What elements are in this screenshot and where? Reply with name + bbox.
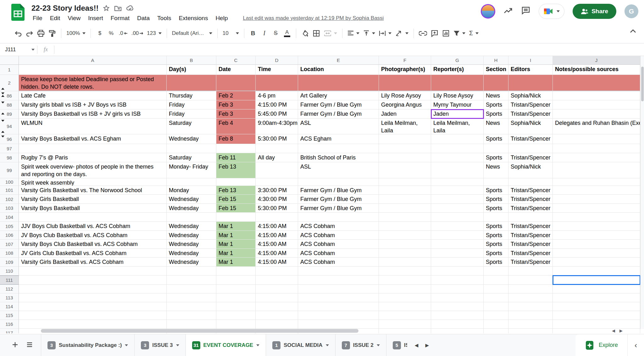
- cell-F88[interactable]: Georgina Angus: [379, 100, 431, 109]
- account-avatar[interactable]: G: [625, 4, 638, 18]
- cell-H109[interactable]: Sports: [484, 258, 508, 267]
- cell-B89[interactable]: Friday: [167, 109, 216, 119]
- cell-G94[interactable]: Leila Meilman, Laila: [431, 119, 484, 134]
- menu-edit[interactable]: Edit: [46, 14, 64, 22]
- cell-D102[interactable]: 4:30:00 PM: [256, 195, 298, 204]
- row-header-100[interactable]: 100: [0, 178, 19, 186]
- cell-B111[interactable]: [167, 275, 216, 285]
- move-to-folder-icon[interactable]: [114, 5, 122, 12]
- cell-I111[interactable]: [508, 275, 553, 285]
- hidden-rows-expand-down-icon[interactable]: [1, 120, 4, 122]
- cell-F114[interactable]: [379, 302, 431, 311]
- row-header-116[interactable]: 116: [0, 320, 19, 329]
- cell-D113[interactable]: [256, 293, 298, 302]
- cell-I94[interactable]: Sophia/Nick: [508, 119, 553, 134]
- cell-J110[interactable]: [553, 267, 640, 275]
- cell-F107[interactable]: [379, 240, 431, 249]
- cell-A106[interactable]: JV Boys Club Basketball vs. ACS Cobham: [19, 231, 167, 240]
- cell-C103[interactable]: Feb 15: [216, 204, 256, 213]
- cell-J113[interactable]: [553, 293, 640, 302]
- cell-C107[interactable]: Mar 1: [216, 240, 256, 249]
- cell-H114[interactable]: [484, 302, 508, 311]
- cell-F1[interactable]: Photographer(s): [379, 65, 431, 75]
- cell-C104[interactable]: [216, 213, 256, 222]
- tab-scroll-right-icon[interactable]: ▶: [425, 342, 429, 348]
- cell-H106[interactable]: Sports: [484, 231, 508, 240]
- cell-E114[interactable]: [298, 302, 379, 311]
- hidden-rows-expand-up-icon[interactable]: [1, 88, 4, 90]
- cell-H96[interactable]: Sports: [484, 134, 508, 144]
- hidden-rows-expand-down-icon[interactable]: [1, 102, 4, 103]
- cell-B109[interactable]: Wednesday: [167, 258, 216, 267]
- cell-F111[interactable]: [379, 275, 431, 285]
- paint-format-icon[interactable]: [47, 27, 58, 40]
- cell-E107[interactable]: ACS Cobham: [298, 240, 379, 249]
- cell-E116[interactable]: [298, 320, 379, 329]
- row-header-96[interactable]: 96: [0, 134, 19, 144]
- row-header-101[interactable]: 101: [0, 186, 19, 195]
- functions-button[interactable]: Σ: [467, 27, 480, 40]
- cell-E99[interactable]: ASL: [298, 162, 379, 178]
- cell-E108[interactable]: ACS Cobham: [298, 249, 379, 258]
- cell-B103[interactable]: Wednesday: [167, 204, 216, 213]
- cell-I114[interactable]: [508, 302, 553, 311]
- collapse-toolbar-icon[interactable]: [630, 29, 636, 35]
- cell-F97[interactable]: [379, 144, 431, 153]
- row-header-86[interactable]: 86: [0, 91, 19, 100]
- sheet-tab-event-coverage[interactable]: 31EVENT COVERAGE: [186, 334, 266, 356]
- cell-A116[interactable]: [19, 320, 167, 329]
- vertical-align-icon[interactable]: [361, 27, 377, 40]
- redo-icon[interactable]: [24, 27, 35, 40]
- hidden-rows-expand-up-icon[interactable]: [1, 131, 4, 133]
- menu-format[interactable]: Format: [107, 14, 133, 22]
- cell-G103[interactable]: [431, 204, 484, 213]
- cell-E102[interactable]: Farmer Gym / Blue Gym: [298, 195, 379, 204]
- cell-H86[interactable]: News: [484, 91, 508, 100]
- column-header-G[interactable]: G: [431, 56, 484, 65]
- cell-J98[interactable]: [553, 153, 640, 162]
- cell-B1[interactable]: Day(s): [167, 65, 216, 75]
- cell-J86[interactable]: [553, 91, 640, 100]
- cell-I2[interactable]: [508, 75, 553, 91]
- cell-H101[interactable]: Sports: [484, 186, 508, 195]
- cell-G114[interactable]: [431, 302, 484, 311]
- cell-E110[interactable]: [298, 267, 379, 275]
- cell-E101[interactable]: Farmer Gym / Blue Gym: [298, 186, 379, 195]
- borders-icon[interactable]: [311, 27, 322, 40]
- cell-J108[interactable]: [553, 249, 640, 258]
- cell-B107[interactable]: Wednesday: [167, 240, 216, 249]
- formula-input[interactable]: [54, 43, 644, 56]
- cell-A107[interactable]: Varsity Boys Club Basketball vs. ACS Cob…: [19, 240, 167, 249]
- cell-G88[interactable]: Mymy Taymour: [431, 100, 484, 109]
- scroll-left-icon[interactable]: ◀: [612, 328, 615, 333]
- cell-A94[interactable]: WLMUN: [19, 119, 167, 134]
- cell-H105[interactable]: Sports: [484, 222, 508, 231]
- sheet-tab-issue-3[interactable]: 3ISSUE 3: [135, 334, 186, 356]
- column-header-D[interactable]: D: [256, 56, 298, 65]
- cell-H2[interactable]: [484, 75, 508, 91]
- cell-A115[interactable]: [19, 311, 167, 320]
- tab-menu-caret[interactable]: [377, 344, 380, 346]
- cell-D111[interactable]: [256, 275, 298, 285]
- column-header-F[interactable]: F: [379, 56, 431, 65]
- cell-F109[interactable]: [379, 258, 431, 267]
- cell-G107[interactable]: [431, 240, 484, 249]
- row-header-106[interactable]: 106: [0, 231, 19, 240]
- cell-J112[interactable]: [553, 285, 640, 293]
- font-size-select[interactable]: 10: [221, 27, 241, 40]
- cell-J116[interactable]: [553, 320, 640, 329]
- cell-A113[interactable]: [19, 293, 167, 302]
- cell-A100[interactable]: Spirit week assembly: [19, 178, 167, 186]
- cell-C112[interactable]: [216, 285, 256, 293]
- cell-B86[interactable]: Thursday: [167, 91, 216, 100]
- cell-G96[interactable]: [431, 134, 484, 144]
- cell-E106[interactable]: ACS Cobham: [298, 231, 379, 240]
- cell-F113[interactable]: [379, 293, 431, 302]
- cell-F115[interactable]: [379, 311, 431, 320]
- activity-dashboard-icon[interactable]: [503, 7, 513, 16]
- cell-B99[interactable]: Monday- Friday: [167, 162, 216, 178]
- cell-F101[interactable]: [379, 186, 431, 195]
- cell-E88[interactable]: Farmer Gym / Blue Gym: [298, 100, 379, 109]
- cell-B110[interactable]: [167, 267, 216, 275]
- cell-D99[interactable]: [256, 162, 298, 178]
